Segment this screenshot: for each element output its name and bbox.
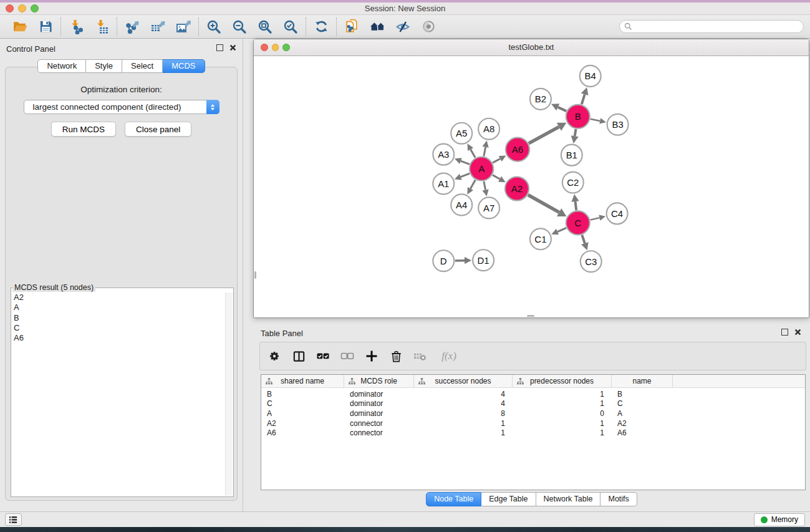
table-row[interactable]: Cdominator41C <box>261 399 805 409</box>
show-all-button[interactable] <box>420 18 436 36</box>
float-panel-icon[interactable] <box>216 44 223 51</box>
table-row[interactable]: Bdominator41B <box>261 389 805 399</box>
table-row[interactable]: Adominator80A <box>261 409 805 418</box>
graph-edge[interactable] <box>471 149 475 157</box>
tab-network-table[interactable]: Network Table <box>536 492 601 506</box>
select-all-columns-button[interactable] <box>315 347 331 365</box>
graph-edge[interactable] <box>529 127 559 143</box>
graph-edge[interactable] <box>591 119 600 121</box>
tab-edge-table[interactable]: Edge Table <box>481 492 536 506</box>
task-history-button[interactable] <box>5 513 22 526</box>
tab-motifs[interactable]: Motifs <box>600 492 637 506</box>
open-button[interactable] <box>12 18 28 36</box>
zoom-out-button[interactable] <box>231 18 248 36</box>
run-mcds-button[interactable]: Run MCDS <box>51 122 116 137</box>
graph-node-A[interactable]: A <box>470 157 493 181</box>
network-window-titlebar[interactable]: testGlobe.txt <box>254 39 809 56</box>
tab-network[interactable]: Network <box>37 59 86 73</box>
hide-selection-button[interactable] <box>395 18 411 36</box>
graph-node-A1[interactable]: A1 <box>433 173 454 195</box>
zoom-fit-button[interactable] <box>257 18 273 36</box>
close-panel-icon[interactable] <box>794 329 801 336</box>
mcds-result-item[interactable]: A <box>14 302 233 312</box>
column-header-successor-nodes[interactable]: successor nodes <box>414 375 513 387</box>
graph-node-D[interactable]: D <box>433 250 454 271</box>
import-network-button[interactable] <box>68 18 84 36</box>
graph-edge[interactable] <box>558 107 566 111</box>
graph-edge[interactable] <box>576 201 577 210</box>
export-table-button[interactable] <box>150 18 166 36</box>
search-field[interactable] <box>619 20 804 33</box>
search-input[interactable] <box>635 21 803 32</box>
tab-node-table[interactable]: Node Table <box>426 492 481 506</box>
column-header-predecessor-nodes[interactable]: predecessor nodes <box>513 375 612 387</box>
graph-node-B4[interactable]: B4 <box>580 65 601 87</box>
table-settings-button[interactable] <box>266 347 282 365</box>
graph-edge[interactable] <box>484 147 486 157</box>
window-titlebar[interactable]: Session: New Session <box>0 0 810 15</box>
destroy-table-button[interactable] <box>412 347 428 365</box>
add-column-button[interactable] <box>364 347 380 365</box>
graph-node-C2[interactable]: C2 <box>562 172 584 193</box>
close-panel-icon[interactable] <box>229 44 236 51</box>
graph-node-B[interactable]: B <box>566 105 590 128</box>
graph-node-A4[interactable]: A4 <box>451 194 472 215</box>
first-neighbors-button[interactable] <box>369 18 385 36</box>
graph-edge[interactable] <box>528 195 559 213</box>
export-image-button[interactable] <box>175 18 191 36</box>
memory-button[interactable]: Memory <box>754 513 805 526</box>
graph-edge[interactable] <box>484 181 486 190</box>
graph-node-B2[interactable]: B2 <box>530 89 551 110</box>
split-panes-button[interactable] <box>291 347 307 365</box>
deselect-all-columns-button[interactable] <box>339 347 355 365</box>
criterion-dropdown[interactable]: largest connected component (directed) <box>24 100 219 114</box>
graph-edge[interactable] <box>461 161 470 164</box>
mcds-result-item[interactable]: A2 <box>14 293 233 302</box>
graph-node-C[interactable]: C <box>566 211 590 235</box>
column-header-shared-name[interactable]: shared name <box>261 375 344 387</box>
network-canvas[interactable]: AA1A2A3A4A5A6A7A8BB1B2B3B4CC1C2C3C4DD1 <box>254 56 809 317</box>
graph-edge[interactable] <box>461 173 470 177</box>
graph-node-A7[interactable]: A7 <box>478 197 499 218</box>
graph-edge[interactable] <box>470 180 475 188</box>
function-builder-button[interactable]: f(x) <box>436 347 461 365</box>
graph-edge[interactable] <box>493 159 500 163</box>
zoom-in-button[interactable] <box>206 18 222 36</box>
scrollbar[interactable] <box>225 293 233 496</box>
float-panel-icon[interactable] <box>781 329 788 336</box>
graph-edge[interactable] <box>591 218 600 220</box>
tab-mcds[interactable]: MCDS <box>163 59 205 73</box>
zoom-selected-button[interactable] <box>282 18 299 36</box>
graph-node-A8[interactable]: A8 <box>478 118 499 140</box>
refresh-button[interactable] <box>313 18 329 36</box>
tab-style[interactable]: Style <box>86 59 122 73</box>
mcds-result-item[interactable]: B <box>14 313 233 323</box>
close-panel-button[interactable]: Close panel <box>125 122 191 137</box>
import-table-button[interactable] <box>94 18 110 36</box>
save-button[interactable] <box>37 18 54 36</box>
graph-edge[interactable] <box>582 94 585 104</box>
network-from-selection-button[interactable] <box>344 18 360 36</box>
table-row[interactable]: A6connector11A6 <box>261 428 805 438</box>
mcds-result-item[interactable]: A6 <box>14 333 233 343</box>
column-header-name[interactable]: name <box>612 375 673 387</box>
graph-node-A2[interactable]: A2 <box>505 177 529 201</box>
graph-node-C4[interactable]: C4 <box>607 203 628 224</box>
graph-edge[interactable] <box>557 228 566 231</box>
graph-node-B3[interactable]: B3 <box>607 114 629 135</box>
graph-node-A5[interactable]: A5 <box>451 123 472 144</box>
column-header-MCDS-role[interactable]: MCDS role <box>344 375 414 387</box>
scrollbar[interactable] <box>254 271 256 279</box>
graph-edge[interactable] <box>493 175 500 179</box>
export-network-button[interactable] <box>124 18 140 36</box>
delete-column-button[interactable] <box>388 347 404 365</box>
scrollbar[interactable] <box>527 315 534 317</box>
graph-node-C3[interactable]: C3 <box>581 251 602 272</box>
graph-node-C1[interactable]: C1 <box>530 228 551 249</box>
graph-edge[interactable] <box>582 235 585 243</box>
graph-node-A3[interactable]: A3 <box>433 144 454 165</box>
tab-select[interactable]: Select <box>122 59 163 73</box>
table-row[interactable]: A2connector11A2 <box>261 418 805 428</box>
graph-node-D1[interactable]: D1 <box>473 249 494 271</box>
graph-node-A6[interactable]: A6 <box>506 138 529 162</box>
